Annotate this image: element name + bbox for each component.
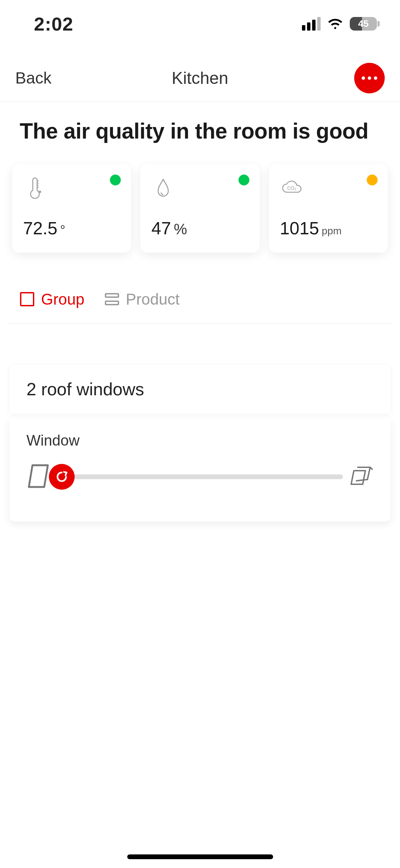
back-button[interactable]: Back <box>15 69 52 87</box>
co2-icon: CO₂ <box>280 176 304 200</box>
svg-point-4 <box>39 191 41 192</box>
humidity-value: 47 % <box>151 218 248 238</box>
metrics-row: 72.5° 47 % CO₂ <box>12 164 388 253</box>
window-slider[interactable] <box>57 474 343 479</box>
status-dot-warning <box>367 175 378 185</box>
thermometer-icon <box>23 176 47 200</box>
svg-text:CO₂: CO₂ <box>287 185 296 191</box>
temperature-card[interactable]: 72.5° <box>12 164 131 253</box>
view-tabs: Group Product <box>8 290 392 324</box>
page-title: Kitchen <box>172 68 228 88</box>
window-control-card: Window <box>9 418 391 522</box>
cellular-icon <box>302 17 321 31</box>
air-quality-headline: The air quality in the room is good <box>20 119 380 144</box>
tab-product[interactable]: Product <box>105 290 180 308</box>
tab-product-label: Product <box>126 290 180 308</box>
status-dot-good <box>110 175 121 185</box>
status-bar: 2:02 45 <box>0 0 400 48</box>
device-label: Window <box>26 432 374 449</box>
status-time: 2:02 <box>34 13 73 35</box>
home-indicator[interactable] <box>127 854 273 859</box>
tab-group[interactable]: Group <box>20 290 84 308</box>
droplet-icon <box>151 176 175 200</box>
window-open-icon <box>350 463 374 491</box>
temperature-value: 72.5° <box>23 218 120 238</box>
tab-group-label: Group <box>41 290 84 308</box>
list-icon <box>105 293 119 305</box>
status-indicators: 45 <box>302 16 380 31</box>
more-options-button[interactable] <box>354 63 385 93</box>
status-dot-good <box>239 175 249 185</box>
nav-header: Back Kitchen <box>0 54 400 102</box>
device-group-header[interactable]: 2 roof windows <box>9 365 391 414</box>
humidity-card[interactable]: 47 % <box>140 164 259 253</box>
battery-level: 45 <box>350 18 377 29</box>
wifi-icon <box>327 16 344 31</box>
slider-handle[interactable] <box>49 464 75 490</box>
battery-icon: 45 <box>350 17 380 31</box>
group-icon <box>20 292 34 306</box>
co2-value: 1015 ppm <box>280 218 377 238</box>
window-closed-icon <box>26 463 50 491</box>
co2-card[interactable]: CO₂ 1015 ppm <box>269 164 388 253</box>
